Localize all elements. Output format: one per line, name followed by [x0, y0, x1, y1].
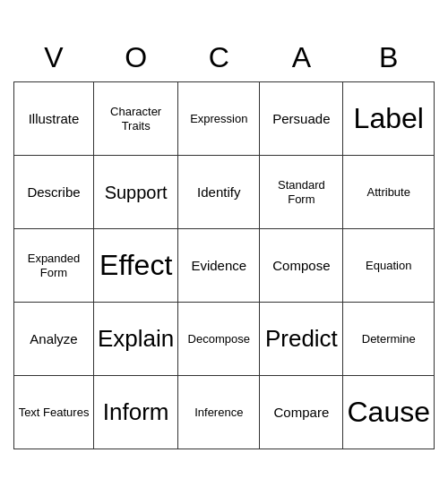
cell-text: Effect	[98, 233, 174, 298]
cell-text: Character Traits	[98, 86, 174, 151]
bingo-row-3: AnalyzeExplainDecomposePredictDetermine	[14, 303, 435, 376]
cell-text: Compare	[263, 380, 339, 445]
cell-text: Illustrate	[18, 86, 90, 151]
cell-text: Determine	[347, 306, 430, 372]
cell-text: Support	[98, 159, 174, 225]
bingo-cell-2-2: Evidence	[178, 229, 260, 303]
cell-text: Persuade	[263, 86, 339, 151]
bingo-cell-1-4: Attribute	[343, 156, 435, 229]
cell-text: Cause	[347, 380, 430, 445]
header-col-a: A	[260, 38, 343, 82]
header-col-o: O	[94, 38, 178, 82]
header-row: VOCAB	[14, 38, 435, 82]
bingo-cell-4-4: Cause	[343, 376, 435, 449]
cell-text: Text Features	[18, 380, 90, 445]
cell-text: Inform	[98, 380, 174, 445]
cell-text: Standard Form	[263, 159, 339, 225]
bingo-cell-4-0: Text Features	[14, 376, 94, 449]
bingo-card: VOCAB IllustrateCharacter TraitsExpressi…	[13, 38, 435, 449]
bingo-cell-4-3: Compare	[260, 376, 343, 449]
bingo-row-1: DescribeSupportIdentifyStandard FormAttr…	[14, 156, 435, 229]
cell-text: Compose	[263, 233, 339, 298]
bingo-cell-3-3: Predict	[260, 303, 343, 376]
bingo-cell-4-1: Inform	[94, 376, 178, 449]
bingo-cell-0-3: Persuade	[260, 82, 343, 156]
cell-text: Equation	[347, 233, 430, 298]
bingo-cell-2-4: Equation	[343, 229, 435, 303]
cell-text: Inference	[182, 380, 255, 445]
bingo-cell-1-0: Describe	[14, 156, 94, 229]
header-col-b: B	[343, 38, 435, 82]
bingo-cell-0-1: Character Traits	[94, 82, 178, 156]
bingo-cell-3-1: Explain	[94, 303, 178, 376]
bingo-cell-3-2: Decompose	[178, 303, 260, 376]
header-col-v: V	[14, 38, 94, 82]
bingo-cell-4-2: Inference	[178, 376, 260, 449]
cell-text: Decompose	[182, 306, 255, 372]
cell-text: Analyze	[18, 306, 90, 372]
cell-text: Identify	[182, 159, 255, 225]
cell-text: Explain	[98, 306, 174, 372]
cell-text: Attribute	[347, 159, 430, 225]
bingo-row-0: IllustrateCharacter TraitsExpressionPers…	[14, 82, 435, 156]
cell-text: Expanded Form	[18, 233, 90, 298]
header-col-c: C	[178, 38, 260, 82]
bingo-cell-1-3: Standard Form	[260, 156, 343, 229]
cell-text: Label	[347, 86, 430, 151]
cell-text: Expression	[182, 86, 255, 151]
cell-text: Predict	[263, 306, 339, 372]
bingo-cell-0-0: Illustrate	[14, 82, 94, 156]
bingo-cell-0-2: Expression	[178, 82, 260, 156]
bingo-row-2: Expanded FormEffectEvidenceComposeEquati…	[14, 229, 435, 303]
bingo-cell-3-4: Determine	[343, 303, 435, 376]
bingo-cell-3-0: Analyze	[14, 303, 94, 376]
bingo-cell-2-0: Expanded Form	[14, 229, 94, 303]
bingo-cell-1-1: Support	[94, 156, 178, 229]
cell-text: Describe	[18, 159, 90, 225]
bingo-cell-0-4: Label	[343, 82, 435, 156]
bingo-row-4: Text FeaturesInformInferenceCompareCause	[14, 376, 435, 449]
bingo-cell-2-3: Compose	[260, 229, 343, 303]
bingo-cell-2-1: Effect	[94, 229, 178, 303]
bingo-cell-1-2: Identify	[178, 156, 260, 229]
cell-text: Evidence	[182, 233, 255, 298]
